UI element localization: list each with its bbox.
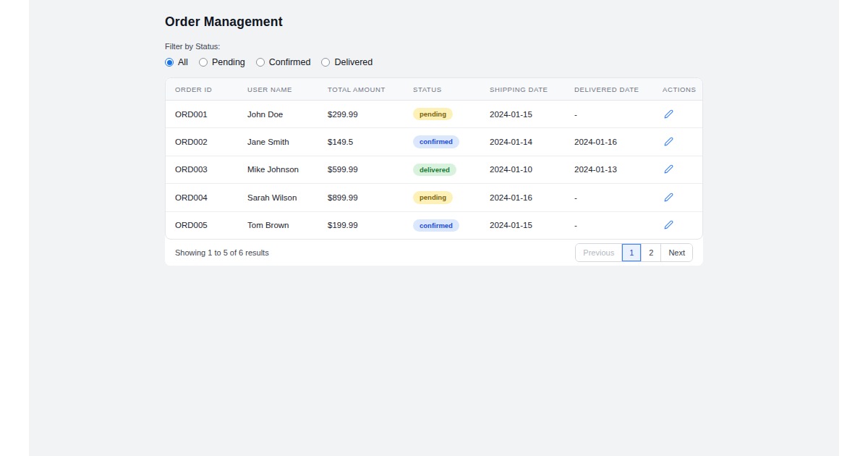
cell-actions <box>653 211 703 239</box>
order-management-section: Order Management Filter by Status: All P… <box>165 12 703 266</box>
radio-button-icon <box>165 58 174 67</box>
cell-status: pending <box>404 184 480 211</box>
radio-label: Delivered <box>334 57 373 67</box>
pencil-icon <box>664 220 673 229</box>
table-row: ORD003 Mike Johnson $599.99 delivered 20… <box>166 156 703 183</box>
cell-shipping-date: 2024-01-10 <box>480 156 565 183</box>
table-header-row: ORDER ID USER NAME TOTAL AMOUNT STATUS S… <box>166 78 703 101</box>
cell-user-name: Sarah Wilson <box>238 184 318 211</box>
radio-button-icon <box>256 58 265 67</box>
table-row: ORD004 Sarah Wilson $899.99 pending 2024… <box>166 184 703 211</box>
cell-actions <box>653 184 703 211</box>
cell-user-name: Jane Smith <box>238 128 318 156</box>
cell-status: confirmed <box>404 128 480 156</box>
status-badge: delivered <box>413 164 456 176</box>
pagination: Previous 1 2 Next <box>575 243 693 262</box>
filter-radio-pending[interactable]: Pending <box>199 57 245 67</box>
page-title: Order Management <box>165 14 703 30</box>
page-2-button[interactable]: 2 <box>641 244 660 261</box>
cell-shipping-date: 2024-01-16 <box>480 184 565 211</box>
edit-order-button[interactable] <box>663 164 675 174</box>
page-1-button[interactable]: 1 <box>621 244 641 261</box>
cell-delivered-date: 2024-01-16 <box>565 128 653 156</box>
status-badge: pending <box>413 108 453 120</box>
cell-total-amount: $599.99 <box>318 156 404 183</box>
column-header-status: STATUS <box>404 78 480 101</box>
edit-order-button[interactable] <box>663 219 675 230</box>
cell-shipping-date: 2024-01-15 <box>480 211 565 239</box>
next-page-button[interactable]: Next <box>660 244 692 261</box>
edit-order-button[interactable] <box>663 109 675 119</box>
column-header-delivered-date: DELIVERED DATE <box>565 78 653 101</box>
column-header-total-amount: TOTAL AMOUNT <box>318 78 404 101</box>
cell-total-amount: $899.99 <box>318 184 404 211</box>
cell-actions <box>653 101 703 128</box>
cell-user-name: John Doe <box>238 101 318 128</box>
table-row: ORD001 John Doe $299.99 pending 2024-01-… <box>166 101 703 128</box>
table-footer: Showing 1 to 5 of 6 results Previous 1 2… <box>165 240 703 266</box>
cell-actions <box>653 156 703 183</box>
table-row: ORD005 Tom Brown $199.99 confirmed 2024-… <box>166 211 703 239</box>
cell-status: pending <box>404 101 480 128</box>
cell-order-id: ORD003 <box>166 156 238 183</box>
results-summary: Showing 1 to 5 of 6 results <box>175 248 269 257</box>
cell-status: confirmed <box>404 211 480 239</box>
filter-label: Filter by Status: <box>165 42 703 51</box>
cell-order-id: ORD005 <box>166 211 238 239</box>
pencil-icon <box>664 193 673 202</box>
cell-total-amount: $199.99 <box>318 211 404 239</box>
radio-label: All <box>178 57 188 67</box>
orders-card: ORDER ID USER NAME TOTAL AMOUNT STATUS S… <box>165 77 703 266</box>
status-filter-group: All Pending Confirmed Delivered <box>165 57 703 67</box>
filter-radio-confirmed[interactable]: Confirmed <box>256 57 311 67</box>
edit-order-button[interactable] <box>663 136 675 147</box>
cell-delivered-date: - <box>565 184 653 211</box>
previous-page-button[interactable]: Previous <box>576 244 621 261</box>
status-badge: confirmed <box>413 219 459 232</box>
filter-radio-all[interactable]: All <box>165 57 188 67</box>
status-badge: confirmed <box>413 135 459 148</box>
cell-total-amount: $149.5 <box>318 128 404 156</box>
cell-user-name: Tom Brown <box>238 211 318 239</box>
cell-order-id: ORD001 <box>166 101 238 128</box>
column-header-order-id: ORDER ID <box>166 78 238 101</box>
status-badge: pending <box>413 191 453 203</box>
orders-table: ORDER ID USER NAME TOTAL AMOUNT STATUS S… <box>166 78 703 239</box>
cell-shipping-date: 2024-01-14 <box>480 128 565 156</box>
radio-button-icon <box>321 58 330 67</box>
cell-user-name: Mike Johnson <box>238 156 318 183</box>
orders-table-wrapper: ORDER ID USER NAME TOTAL AMOUNT STATUS S… <box>165 77 703 240</box>
cell-shipping-date: 2024-01-15 <box>480 101 565 128</box>
cell-actions <box>653 128 703 156</box>
cell-order-id: ORD004 <box>166 184 238 211</box>
radio-button-icon <box>199 58 208 67</box>
radio-label: Pending <box>212 57 245 67</box>
cell-delivered-date: - <box>565 211 653 239</box>
pencil-icon <box>664 109 673 119</box>
column-header-shipping-date: SHIPPING DATE <box>480 78 565 101</box>
radio-label: Confirmed <box>269 57 311 67</box>
cell-status: delivered <box>404 156 480 183</box>
cell-order-id: ORD002 <box>166 128 238 156</box>
column-header-user-name: USER NAME <box>238 78 318 101</box>
pencil-icon <box>664 164 673 174</box>
pencil-icon <box>664 137 673 146</box>
cell-delivered-date: - <box>565 101 653 128</box>
column-header-actions: ACTIONS <box>653 78 703 101</box>
cell-total-amount: $299.99 <box>318 101 404 128</box>
edit-order-button[interactable] <box>663 192 675 203</box>
cell-delivered-date: 2024-01-13 <box>565 156 653 183</box>
filter-radio-delivered[interactable]: Delivered <box>321 57 373 67</box>
table-row: ORD002 Jane Smith $149.5 confirmed 2024-… <box>166 128 703 156</box>
content-panel: Order Management Filter by Status: All P… <box>29 0 839 456</box>
